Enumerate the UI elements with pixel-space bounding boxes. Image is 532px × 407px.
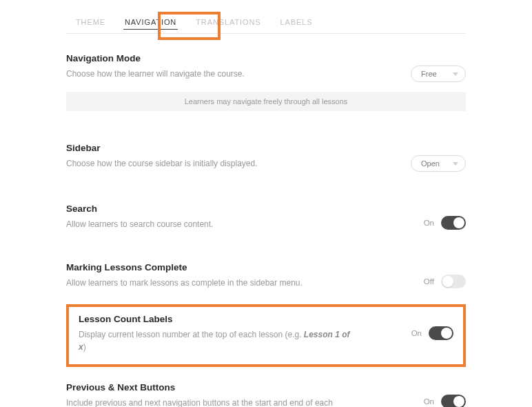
lesson-count-toggle[interactable] [429, 326, 453, 340]
navigation-mode-title: Navigation Mode [66, 53, 245, 63]
lesson-count-toggle-label: On [411, 329, 422, 337]
search-desc: Allow learners to search course content. [66, 218, 213, 230]
navigation-mode-info-bar: Learners may navigate freely through all… [66, 92, 466, 111]
section-navigation-mode: Navigation Mode Choose how the learner w… [66, 34, 466, 82]
sidebar-desc: Choose how the course sidebar is initial… [66, 157, 257, 170]
tab-bar: THEME NAVIGATION TRANSLATIONS LABELS [66, 12, 466, 34]
sidebar-title: Sidebar [66, 143, 257, 153]
section-lesson-count: Lesson Count Labels Display current less… [79, 314, 453, 353]
tab-translations[interactable]: TRANSLATIONS [186, 12, 270, 33]
tab-navigation[interactable]: NAVIGATION [115, 12, 186, 33]
marking-complete-title: Marking Lessons Complete [66, 262, 303, 272]
prev-next-desc: Include previous and next navigation but… [66, 397, 342, 407]
navigation-mode-dropdown[interactable]: Free [411, 66, 466, 82]
section-sidebar: Sidebar Choose how the course sidebar is… [66, 123, 466, 172]
prev-next-toggle[interactable] [441, 395, 466, 407]
lesson-count-desc-suffix: ) [83, 342, 86, 352]
marking-complete-toggle-label: Off [424, 277, 434, 286]
search-title: Search [66, 204, 213, 214]
lesson-count-desc: Display current lesson number at the top… [79, 328, 354, 353]
tab-theme[interactable]: THEME [66, 12, 115, 33]
sidebar-dropdown[interactable]: Open [411, 155, 466, 172]
lesson-count-desc-prefix: Display current lesson number at the top… [79, 330, 304, 339]
tab-labels[interactable]: LABELS [271, 12, 323, 33]
search-toggle[interactable] [441, 216, 466, 230]
section-search: Search Allow learners to search course c… [66, 184, 466, 230]
annotation-highlight-lesson-count: Lesson Count Labels Display current less… [66, 304, 466, 367]
section-prev-next: Previous & Next Buttons Include previous… [66, 367, 466, 407]
navigation-mode-desc: Choose how the learner will navigate the… [66, 68, 245, 80]
chevron-down-icon [453, 162, 458, 166]
sidebar-dropdown-value: Open [421, 159, 440, 168]
prev-next-toggle-label: On [424, 397, 434, 406]
marking-complete-toggle[interactable] [441, 275, 466, 288]
chevron-down-icon [453, 72, 458, 76]
lesson-count-title: Lesson Count Labels [79, 314, 354, 324]
navigation-mode-dropdown-value: Free [421, 70, 437, 78]
marking-complete-desc: Allow learners to mark lessons as comple… [66, 277, 303, 289]
search-toggle-label: On [424, 219, 434, 227]
prev-next-title: Previous & Next Buttons [66, 382, 342, 393]
section-marking-complete: Marking Lessons Complete Allow learners … [66, 243, 466, 289]
